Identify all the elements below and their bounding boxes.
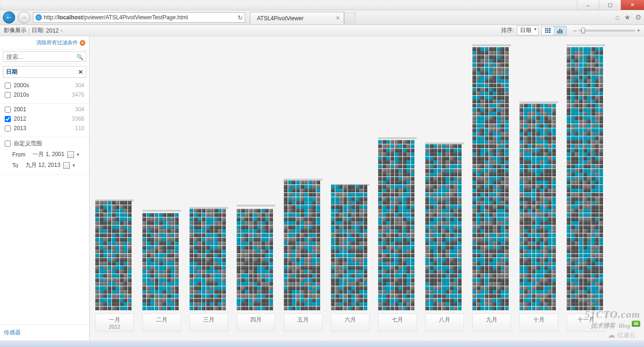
window-close-button[interactable]: ✕ <box>620 0 644 10</box>
histogram-bar-五月[interactable] <box>284 179 322 310</box>
tab-close-icon[interactable]: ✕ <box>336 15 340 21</box>
zoom-slider[interactable] <box>578 30 635 32</box>
histogram-bar-二月[interactable] <box>142 210 181 310</box>
bar-chart-icon <box>557 28 563 33</box>
clear-facet-icon[interactable]: ✕ <box>78 69 83 75</box>
facet-item-2012[interactable]: 20123366 <box>4 114 85 124</box>
address-bar[interactable]: http://localhost/pviewer/ATSL4PivotViewe… <box>33 12 245 23</box>
breadcrumb-facet-label: 日期: <box>32 26 44 34</box>
facet-checkbox[interactable] <box>5 92 11 98</box>
histogram-bar-三月[interactable] <box>190 207 228 310</box>
x-axis-label[interactable]: 十月 <box>520 314 558 332</box>
histogram-view[interactable]: 一月2012二月三月四月五月六月七月八月九月十月十一月 51CTO.com 技术… <box>90 36 644 340</box>
facet-item-2000s[interactable]: 2000s304 <box>4 81 85 90</box>
clear-icon: ✕ <box>80 40 85 46</box>
search-icon[interactable]: 🔍 <box>76 54 83 60</box>
range-to-value: 九月 12, 2013 <box>25 161 60 169</box>
tab-strip: ATSL4PivotViewer ✕ <box>250 11 355 24</box>
x-axis-label[interactable]: 六月 <box>331 314 370 332</box>
x-axis-label[interactable]: 一月2012 <box>95 314 134 332</box>
browser-tab[interactable]: ATSL4PivotViewer ✕ <box>250 12 344 24</box>
x-axis-label[interactable]: 三月 <box>190 314 228 332</box>
facet-checkbox[interactable] <box>5 107 11 113</box>
facet-checkbox[interactable] <box>5 116 11 122</box>
favorites-icon[interactable]: ★ <box>624 13 630 22</box>
facet-checkbox[interactable] <box>5 125 11 132</box>
zoom-out-button[interactable]: – <box>573 27 577 34</box>
ie-icon <box>35 14 42 21</box>
breadcrumb-bar: 影像展示 | 日期: 2012 › 排序: 日期 – + <box>0 25 644 36</box>
watermark-yisu: ☁亿速云 <box>608 330 636 339</box>
filter-search-input[interactable] <box>3 51 86 62</box>
x-axis-label[interactable]: 七月 <box>378 314 417 332</box>
facet-item-2013[interactable]: 2013110 <box>4 124 85 133</box>
clear-all-filters[interactable]: 清除所有过滤条件 ✕ <box>0 36 89 50</box>
browser-navbar: ← → http://localhost/pviewer/ATSL4PivotV… <box>0 10 644 25</box>
range-from-row: From 一月 1, 2001 ▾ <box>4 149 85 160</box>
x-axis-label[interactable]: 二月 <box>142 314 181 332</box>
view-mode-group <box>541 26 567 35</box>
range-to-row: To 九月 12, 2013 ▾ <box>4 160 85 171</box>
facet-header-date[interactable]: 日期 ✕ <box>3 66 86 78</box>
titlebar-blur <box>0 0 577 10</box>
refresh-icon[interactable]: ↻ <box>238 14 243 21</box>
calendar-icon[interactable] <box>63 162 70 169</box>
settings-icon[interactable]: ⚙ <box>635 13 641 22</box>
histogram-bar-十月[interactable] <box>520 101 558 310</box>
taskbar[interactable] <box>0 340 644 347</box>
sort-label: 排序: <box>501 26 514 34</box>
calendar-icon[interactable] <box>67 151 74 158</box>
histogram-bar-六月[interactable] <box>331 184 370 310</box>
x-axis-label[interactable]: 四月 <box>237 314 275 332</box>
view-grid-button[interactable] <box>542 26 554 35</box>
sort-dropdown[interactable]: 日期 <box>517 25 538 35</box>
custom-range-group: 自定义范围 From 一月 1, 2001 ▾ To 九月 12, 2013 ▾ <box>0 137 89 175</box>
x-axis-label[interactable]: 五月 <box>284 314 322 332</box>
range-from-value: 一月 1, 2001 <box>33 150 64 158</box>
nav-back-button[interactable]: ← <box>3 11 15 24</box>
window-maximize-button[interactable]: ▢ <box>599 0 620 10</box>
grid-icon <box>545 28 551 33</box>
chevron-right-icon: › <box>61 27 63 34</box>
address-text: http://localhost/pviewer/ATSL4PivotViewe… <box>44 14 236 21</box>
zoom-thumb[interactable] <box>581 28 585 33</box>
histogram-bar-十一月[interactable] <box>567 44 605 310</box>
window-minimize-button[interactable]: – <box>577 0 599 10</box>
facet-checkbox[interactable] <box>5 83 11 89</box>
window-titlebar: – ▢ ✕ <box>0 0 644 10</box>
facet-item-2001[interactable]: 2001304 <box>4 105 85 114</box>
breadcrumb-facet-value[interactable]: 2012 <box>46 27 59 34</box>
custom-range-toggle[interactable]: 自定义范围 <box>4 138 85 149</box>
zoom-in-button[interactable]: + <box>637 27 640 34</box>
new-tab-button[interactable] <box>344 13 355 24</box>
histogram-bar-七月[interactable] <box>378 137 417 310</box>
facet-item-2010s[interactable]: 2010s3476 <box>4 90 85 99</box>
x-axis-label[interactable]: 八月 <box>425 314 464 332</box>
watermark-51cto: 51CTO.com 技术博客 Blog46 <box>585 308 640 330</box>
view-histogram-button[interactable] <box>554 26 566 35</box>
histogram-bar-九月[interactable] <box>472 44 511 310</box>
browser-toolbar-icons: ⌂ ★ ⚙ <box>615 13 641 22</box>
x-axis-label[interactable]: 九月 <box>472 314 511 332</box>
nav-forward-button[interactable]: → <box>18 11 30 24</box>
cloud-icon: ☁ <box>608 330 615 339</box>
tab-title: ATSL4PivotViewer <box>257 15 304 22</box>
histogram-bar-八月[interactable] <box>425 142 464 310</box>
breadcrumb-root[interactable]: 影像展示 <box>4 26 26 34</box>
zoom-control: – + <box>573 27 640 34</box>
custom-range-checkbox[interactable] <box>5 140 11 147</box>
histogram-bar-一月[interactable] <box>95 199 134 310</box>
filter-sidebar: 清除所有过滤条件 ✕ 🔍 日期 ✕ 2000s3042010s3476 2001… <box>0 36 90 340</box>
home-icon[interactable]: ⌂ <box>615 13 619 22</box>
histogram-bar-四月[interactable] <box>237 205 275 310</box>
facet-sensor-link[interactable]: 传感器 <box>0 324 89 340</box>
